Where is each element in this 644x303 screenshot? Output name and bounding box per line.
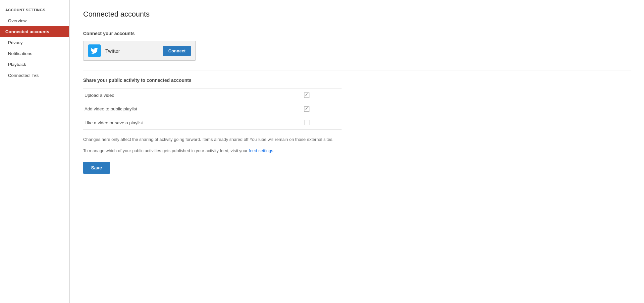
activity-label-playlist: Add video to public playlist (83, 102, 303, 116)
twitter-icon (91, 47, 98, 54)
twitter-label: Twitter (105, 48, 163, 54)
activity-row-like: Like a video or save a playlist (83, 116, 342, 129)
main-content: Connected accounts Connect your accounts… (70, 0, 644, 303)
info-text-2: To manage which of your public activitie… (83, 148, 348, 154)
sidebar-item-overview[interactable]: Overview (0, 15, 69, 26)
checkbox-upload-video[interactable] (304, 92, 309, 98)
activity-row-playlist: Add video to public playlist (83, 102, 342, 116)
share-section-title: Share your public activity to connected … (83, 78, 631, 83)
sidebar-item-notifications[interactable]: Notifications (0, 48, 69, 59)
sidebar-item-privacy[interactable]: Privacy (0, 37, 69, 48)
sidebar: ACCOUNT SETTINGS Overview Connected acco… (0, 0, 70, 303)
activity-label-upload: Upload a video (83, 89, 303, 102)
twitter-connect-box: Twitter Connect (83, 41, 196, 61)
info-text-1: Changes here only affect the sharing of … (83, 136, 348, 143)
page-title: Connected accounts (83, 10, 631, 24)
section-divider (83, 71, 631, 71)
save-button[interactable]: Save (83, 162, 110, 174)
checkbox-like-video[interactable] (304, 120, 309, 125)
activity-row-upload: Upload a video (83, 89, 342, 102)
info-text-2-prefix: To manage which of your public activitie… (83, 148, 249, 153)
feed-settings-link[interactable]: feed settings. (249, 148, 274, 153)
sidebar-item-connected-accounts[interactable]: Connected accounts (0, 26, 69, 37)
twitter-icon-wrap (88, 44, 101, 57)
sidebar-item-playback[interactable]: Playback (0, 59, 69, 70)
sidebar-section-title: ACCOUNT SETTINGS (0, 5, 69, 15)
activity-table: Upload a video Add video to public playl… (83, 88, 342, 130)
sidebar-item-connected-tvs[interactable]: Connected TVs (0, 70, 69, 81)
checkbox-add-playlist[interactable] (304, 106, 309, 112)
connect-section-title: Connect your accounts (83, 31, 631, 36)
activity-label-like: Like a video or save a playlist (83, 116, 303, 129)
twitter-connect-button[interactable]: Connect (163, 46, 191, 56)
